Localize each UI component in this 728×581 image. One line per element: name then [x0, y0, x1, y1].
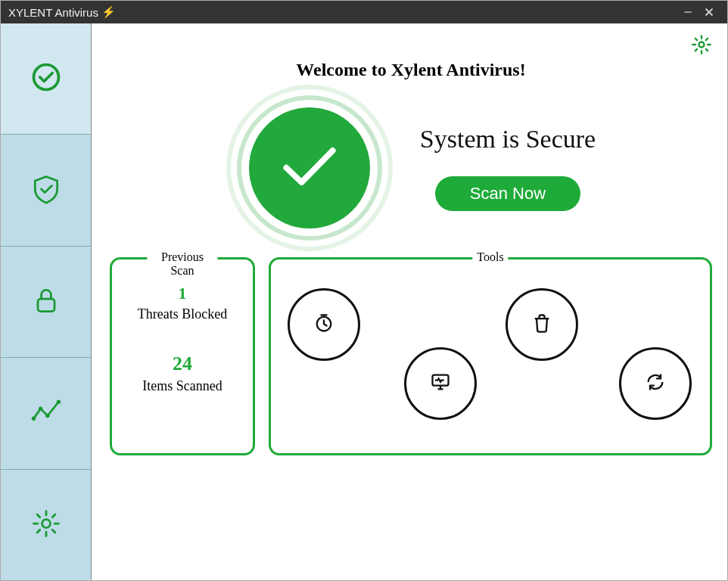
- svg-point-10: [699, 42, 705, 48]
- titlebar: XYLENT Antivirus ⚡: [1, 1, 727, 23]
- svg-point-3: [33, 65, 58, 90]
- hero-right: System is Secure Scan Now: [420, 125, 596, 211]
- monitor-tool-button[interactable]: [404, 347, 477, 420]
- svg-point-9: [42, 519, 50, 527]
- tools-panel: Tools: [269, 257, 712, 455]
- status-badge: [226, 85, 393, 251]
- tools-legend: Tools: [472, 250, 508, 264]
- panels-row: Previous Scan 1 Threats Blocked 24 Items…: [110, 257, 712, 455]
- trash-icon: [531, 312, 552, 337]
- minimize-button[interactable]: [677, 2, 698, 23]
- window-title: XYLENT Antivirus ⚡: [8, 5, 116, 19]
- sidebar-item-activity[interactable]: [1, 358, 91, 469]
- monitor-heart-icon: [430, 371, 451, 396]
- trash-tool-button[interactable]: [506, 288, 578, 361]
- gear-icon: [30, 507, 63, 543]
- status-text: System is Secure: [420, 125, 596, 154]
- window-body: Welcome to Xylent Antivirus! System is S…: [1, 23, 727, 580]
- settings-button[interactable]: [691, 34, 712, 58]
- close-button[interactable]: [698, 2, 720, 23]
- svg-point-6: [38, 407, 42, 412]
- timer-tool-button[interactable]: [288, 288, 360, 361]
- sidebar-item-protection[interactable]: [1, 135, 91, 246]
- lock-icon: [30, 284, 63, 320]
- shield-check-icon: [30, 172, 63, 209]
- previous-scan-panel: Previous Scan 1 Threats Blocked 24 Items…: [110, 257, 255, 455]
- items-scanned-value: 24: [126, 353, 239, 375]
- svg-point-8: [56, 400, 61, 405]
- app-window: XYLENT Antivirus ⚡: [0, 0, 728, 581]
- gear-icon: [691, 45, 712, 57]
- sidebar-item-dashboard[interactable]: [1, 23, 91, 135]
- check-icon: [275, 140, 344, 196]
- threats-blocked-label: Threats Blocked: [126, 306, 239, 322]
- svg-point-7: [45, 414, 50, 418]
- refresh-icon: [645, 371, 666, 396]
- items-scanned-label: Items Scanned: [126, 378, 239, 394]
- sidebar: [1, 23, 92, 580]
- sidebar-item-settings[interactable]: [1, 470, 91, 580]
- timer-icon: [313, 312, 334, 337]
- svg-point-5: [31, 417, 36, 421]
- previous-scan-legend: Previous Scan: [148, 250, 218, 278]
- refresh-tool-button[interactable]: [619, 347, 692, 420]
- welcome-heading: Welcome to Xylent Antivirus!: [110, 60, 712, 80]
- activity-line-icon: [30, 395, 63, 431]
- main-content: Welcome to Xylent Antivirus! System is S…: [92, 23, 727, 580]
- scan-now-button[interactable]: Scan Now: [435, 176, 580, 211]
- svg-rect-4: [38, 299, 54, 312]
- threats-blocked-value: 1: [126, 284, 239, 303]
- window-title-text: XYLENT Antivirus: [8, 6, 98, 19]
- hero-section: System is Secure Scan Now: [110, 85, 712, 251]
- check-circle-icon: [30, 61, 63, 97]
- sidebar-item-privacy[interactable]: [1, 247, 91, 358]
- bolt-icon: ⚡: [101, 5, 116, 19]
